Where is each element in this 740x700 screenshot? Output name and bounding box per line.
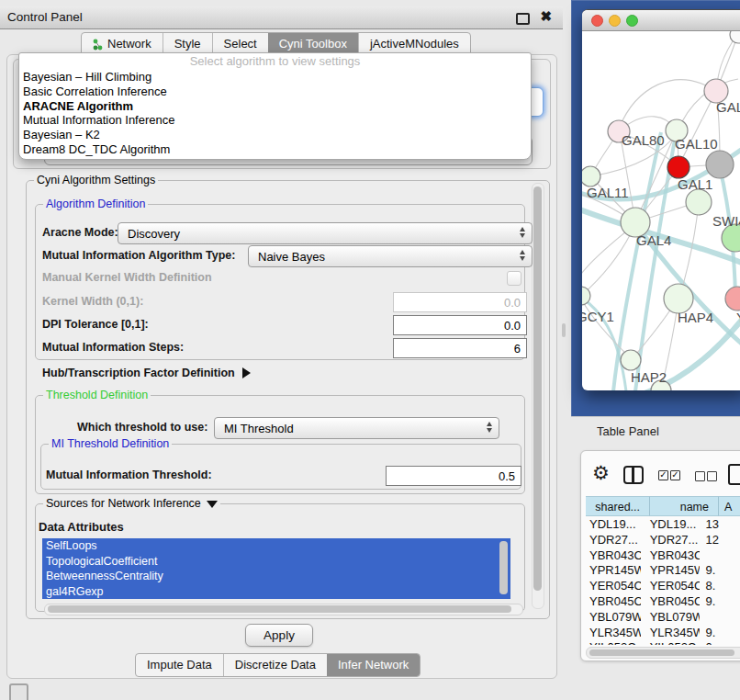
network-node[interactable] [730, 31, 740, 43]
table-cell: 9. [700, 626, 740, 641]
attribute-item[interactable]: BetweennessCentrality [42, 569, 510, 584]
node-label-swi4: SWI4 [712, 213, 740, 229]
zoom-traffic-light-icon[interactable] [626, 15, 638, 27]
network-node-gal11[interactable] [582, 166, 600, 186]
unchecked-box-icon[interactable] [707, 471, 717, 481]
table-row[interactable]: YBL079WYBL079W [586, 610, 740, 626]
attribute-item[interactable]: TopologicalCoefficient [42, 554, 510, 570]
hub-section-toggle[interactable]: Hub/Transcription Factor Definition [42, 367, 251, 379]
manual-kernel-label: Manual Kernel Width Definition [42, 271, 212, 284]
app-root: Control Panel ✖ NetworkStyleSelectCyni T… [0, 0, 740, 700]
table-cell: YER054C [641, 579, 701, 594]
algorithm-option[interactable]: Dream8 DC_TDC Algorithm [19, 142, 531, 157]
dpi-tolerance-label: DPI Tolerance [0,1]: [42, 318, 149, 331]
mi-steps-label: Mutual Information Steps: [42, 341, 184, 354]
table-cell: 9. [700, 594, 740, 610]
attribute-item[interactable]: SelfLoops [42, 538, 510, 554]
attribute-item[interactable]: gal4RGexp [42, 584, 510, 600]
table-hscrollbar-thumb[interactable] [589, 649, 734, 656]
minimized-panel-icon[interactable] [9, 683, 28, 700]
close-icon[interactable]: ✖ [540, 8, 552, 25]
table-row[interactable]: YIL052CYIL052C0. [586, 640, 740, 645]
checked-box-icon[interactable]: ✓ [658, 470, 668, 480]
node-label-y: Y [736, 310, 740, 325]
table-cell: YER054C [586, 579, 641, 594]
settings-scrollbar-thumb[interactable] [533, 186, 542, 591]
settings-hscrollbar-thumb[interactable] [48, 605, 511, 613]
algorithm-option[interactable]: Bayesian – Hill Climbing [19, 70, 531, 85]
table-row[interactable]: YDL19...YDL19...13 [586, 517, 740, 533]
file-icon[interactable] [728, 464, 740, 485]
table-row[interactable]: YBR045CYBR045C9. [586, 594, 740, 610]
close-traffic-light-icon[interactable] [591, 15, 603, 27]
column-header[interactable]: shared... [586, 496, 650, 516]
aracne-mode-value: Discovery [128, 227, 180, 241]
network-window-titlebar[interactable] [582, 10, 740, 31]
table-cell [700, 610, 740, 626]
table-hscrollbar[interactable] [586, 647, 740, 659]
algorithm-list: Bayesian – Hill ClimbingBasic Correlatio… [19, 70, 531, 157]
manual-kernel-checkbox[interactable] [507, 271, 521, 286]
network-node-gal1[interactable] [686, 189, 712, 215]
which-threshold-label: Which threshold to use: [77, 421, 207, 434]
table-row[interactable]: YPR145WYPR145W9. [586, 563, 740, 579]
table-cell: 9. [700, 563, 740, 579]
network-node-y[interactable] [725, 287, 740, 310]
algorithm-option[interactable]: Mutual Information Inference [19, 113, 531, 128]
bottom-tab-discretize-data[interactable]: Discretize Data [223, 654, 327, 676]
table-cell: YLR345W [641, 626, 701, 641]
data-attributes-list[interactable]: SelfLoopsTopologicalCoefficientBetweenne… [42, 538, 510, 599]
kernel-width-field[interactable]: 0.0 [393, 292, 527, 312]
mi-type-combo[interactable]: Naive Bayes [248, 245, 533, 267]
table-cell: YDL19... [586, 517, 641, 533]
unchecked-box-icon[interactable] [695, 471, 705, 481]
aracne-mode-combo[interactable]: Discovery [118, 222, 533, 244]
network-window[interactable]: GALGAL80GAL10GAL1GAL11GAL4SWI4GCY1HAP4YH… [582, 9, 740, 390]
table-cell: YBR043C [641, 548, 701, 564]
network-node[interactable] [667, 156, 690, 178]
mi-threshold-group-title: MI Threshold Definition [49, 437, 172, 450]
columns-icon[interactable] [623, 466, 644, 484]
cyni-settings-title: Cyni Algorithm Settings [34, 174, 158, 186]
table-row[interactable]: YLR345WYLR345W9. [586, 626, 740, 641]
algorithm-option[interactable]: Basic Correlation Inference [19, 85, 531, 99]
bottom-tab-infer-network[interactable]: Infer Network [327, 654, 420, 676]
float-window-icon[interactable] [516, 13, 530, 25]
checked-box-icon[interactable]: ✓ [670, 470, 680, 480]
mi-threshold-field[interactable]: 0.5 [386, 466, 521, 486]
minimize-traffic-light-icon[interactable] [609, 15, 621, 27]
node-label-gal: GAL [716, 99, 740, 115]
network-node-hap2[interactable] [621, 350, 641, 370]
apply-button[interactable]: Apply [245, 624, 313, 647]
column-header[interactable]: name [650, 496, 719, 516]
sources-group-title[interactable]: Sources for Network Inference [43, 497, 220, 510]
dpi-tolerance-field[interactable]: 0.0 [393, 315, 527, 335]
node-label-gal10: GAL10 [675, 136, 718, 152]
table-row[interactable]: YBR043CYBR043C [586, 548, 740, 564]
table-cell: 0. [700, 640, 740, 645]
panel-splitter-handle[interactable] [562, 323, 566, 337]
table-row[interactable]: YER054CYER054C8. [586, 579, 740, 594]
table-cell: YIL052C [586, 640, 641, 645]
table-cell: YBR045C [586, 594, 641, 610]
algorithm-dropdown-popup: Select algorithm to view settings Bayesi… [18, 52, 532, 160]
stepper-icon [487, 422, 492, 433]
network-icon [93, 39, 103, 51]
bottom-tabs: Impute DataDiscretize DataInfer Network [135, 653, 420, 677]
algorithm-option[interactable]: Bayesian – K2 [19, 128, 531, 142]
stepper-icon [520, 227, 525, 238]
gear-icon[interactable]: ⚙ [592, 463, 610, 483]
table-cell: YBR043C [586, 548, 641, 564]
mi-steps-field[interactable]: 6 [393, 338, 527, 358]
network-canvas[interactable]: GALGAL80GAL10GAL1GAL11GAL4SWI4GCY1HAP4YH… [582, 31, 740, 390]
bottom-tab-impute-data[interactable]: Impute Data [136, 654, 223, 676]
attributes-scrollbar-thumb[interactable] [499, 541, 508, 594]
which-threshold-combo[interactable]: MI Threshold [214, 417, 499, 439]
table-cell [700, 548, 740, 564]
mi-type-value: Naive Bayes [258, 250, 325, 264]
algorithm-option[interactable]: ARACNE Algorithm [19, 99, 531, 114]
table-row[interactable]: YDR27...YDR27...12 [586, 533, 740, 548]
node-label-gal4: GAL4 [636, 232, 671, 248]
column-header[interactable]: A [719, 496, 740, 516]
network-node[interactable] [706, 151, 734, 178]
